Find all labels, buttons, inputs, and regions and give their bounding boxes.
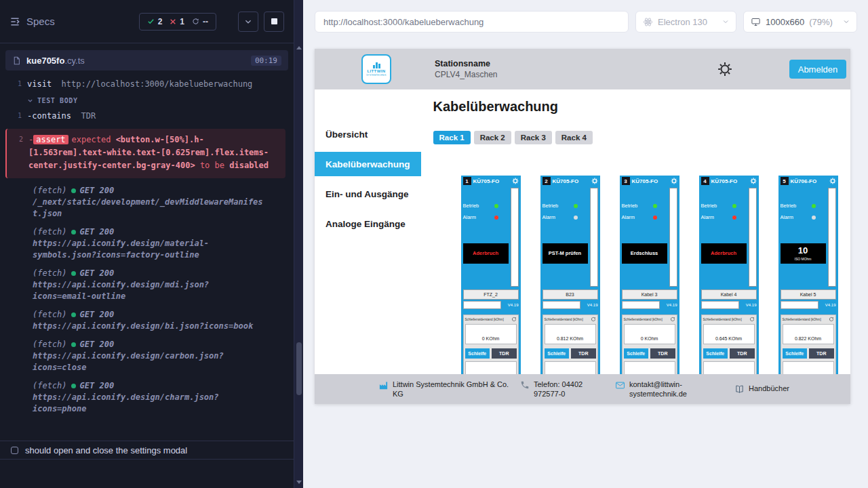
- collapse-tests-button[interactable]: [238, 12, 258, 32]
- fetch-log-row[interactable]: (fetch) GET 200 /_next/static/developmen…: [33, 185, 264, 220]
- footer-company: Littwin Systemtechnik GmbH & Co. KG: [378, 380, 516, 399]
- loop-resistance-panel: Schleifenwiderstand [kOhm] 0.822 KOhm Sc…: [781, 314, 836, 374]
- footer-phone[interactable]: Telefon: 04402 972577-0: [520, 380, 589, 399]
- fetch-url: https://api.iconify.design/charm.json?ic…: [33, 392, 264, 415]
- spec-file-header[interactable]: kue705fo.cy.ts 00:19: [5, 50, 288, 70]
- device-settings-gear-icon[interactable]: [671, 178, 677, 184]
- alarm-label: Alarm: [781, 214, 794, 220]
- sidebar-nav-item[interactable]: Analoge Eingänge: [315, 211, 421, 236]
- sidebar-nav-item[interactable]: Übersicht: [315, 122, 421, 146]
- browser-name: Electron 130: [658, 17, 707, 27]
- command-body: contains TDR: [27, 110, 294, 123]
- card-button-row: Schleife TDR: [465, 348, 517, 359]
- device-title: KÜ705-FO: [473, 178, 510, 184]
- device-status-column: Betrieb Alarm Aderbruch: [701, 186, 749, 287]
- fetch-method-status: GET 200: [80, 380, 115, 392]
- device-title: KÜ705-FO: [632, 178, 669, 184]
- cable-channel-strip: [511, 188, 519, 287]
- url-bar[interactable]: [315, 11, 629, 33]
- next-test-bar[interactable]: should open and close the settings modal: [0, 441, 294, 460]
- footer-manuals[interactable]: Handbücher: [734, 384, 789, 394]
- viewport-size: 1000x660: [766, 17, 804, 27]
- manuals-label: Handbücher: [749, 384, 789, 393]
- footer-email[interactable]: kontakt@littwin-systemtechnik.de: [615, 380, 724, 399]
- command-contains[interactable]: 1 contains TDR: [0, 108, 294, 125]
- tdr-button[interactable]: TDR: [809, 348, 834, 359]
- test-stats[interactable]: 2 1 --: [139, 13, 216, 30]
- fetch-log-row[interactable]: (fetch) GET 200 https://api.iconify.desi…: [33, 309, 264, 332]
- fetch-log-row[interactable]: (fetch) GET 200 https://api.iconify.desi…: [33, 339, 264, 373]
- schleife-button[interactable]: Schleife: [545, 348, 570, 359]
- refresh-icon[interactable]: [511, 317, 517, 322]
- device-card-body: Betrieb Alarm PST-M prüfen: [540, 186, 600, 287]
- rack-tab[interactable]: Rack 2: [474, 131, 511, 144]
- logo-subtext: SYSTEMTECHNIK: [366, 74, 386, 77]
- status-ok-dot: [71, 384, 76, 388]
- sidebar-nav-item[interactable]: Kabelüberwachung: [315, 152, 421, 176]
- url-input[interactable]: [323, 17, 620, 27]
- tdr-button[interactable]: TDR: [571, 348, 596, 359]
- tdr-button[interactable]: TDR: [492, 348, 517, 359]
- settings-gear-icon[interactable]: [717, 62, 732, 77]
- scroll-up-arrow[interactable]: [296, 46, 302, 49]
- rack-tab[interactable]: Rack 3: [515, 131, 552, 144]
- loop-resistance-panel: Schleifenwiderstand [kOhm] 0 KOhm Schlei…: [463, 314, 519, 374]
- device-card-body: Betrieb Alarm Aderbruch: [699, 186, 759, 287]
- tdr-button[interactable]: TDR: [650, 348, 675, 359]
- app-footer: Littwin Systemtechnik GmbH & Co. KG Tele…: [315, 374, 850, 404]
- resistance-value: 0.822 KOhm: [783, 324, 834, 344]
- alarm-label: Alarm: [463, 214, 477, 220]
- logout-button[interactable]: Abmelden: [789, 60, 846, 79]
- device-settings-gear-icon[interactable]: [750, 178, 757, 184]
- refresh-icon[interactable]: [670, 317, 675, 322]
- rack-tab[interactable]: Rack 1: [433, 131, 471, 144]
- fetch-label: (fetch): [33, 226, 67, 238]
- status-display: 10 ISO MOhm: [781, 243, 826, 264]
- command-visit[interactable]: 1 visit http://localhost:3000/kabelueber…: [0, 76, 294, 93]
- fetch-log-row[interactable]: (fetch) GET 200 https://api.iconify.desi…: [33, 380, 264, 415]
- schleife-button[interactable]: Schleife: [703, 348, 728, 359]
- fetch-log-row[interactable]: (fetch) GET 200 https://api.iconify.desi…: [33, 226, 264, 261]
- viewport-select[interactable]: 1000x660 (79%): [743, 11, 857, 33]
- alarm-led-row: Alarm: [701, 214, 736, 220]
- assert-body: assertexpected <button.w-[50%].h-[1.563r…: [28, 134, 281, 172]
- status-message: PST-M prüfen: [549, 251, 581, 257]
- specs-menu-button[interactable]: Specs: [9, 16, 55, 27]
- status-message: Aderbruch: [473, 251, 498, 257]
- fetch-method-status: GET 200: [80, 309, 115, 321]
- command-assert-failed[interactable]: 2 assertexpected <button.w-[50%].h-[1.56…: [5, 129, 285, 178]
- schleife-button[interactable]: Schleife: [624, 348, 649, 359]
- device-card-header: 1 KÜ705-FO: [461, 176, 521, 186]
- refresh-icon[interactable]: [829, 317, 834, 322]
- device-settings-gear-icon[interactable]: [591, 178, 598, 184]
- device-card-body: Betrieb Alarm Aderbruch: [461, 186, 521, 287]
- electron-icon: [643, 17, 653, 27]
- device-card: 1 KÜ705-FO Betrieb Alarm A: [461, 176, 521, 374]
- reporter-scrollbar[interactable]: [294, 0, 303, 488]
- scrollbar-thumb[interactable]: [296, 342, 302, 395]
- command-log: 1 visit http://localhost:3000/kabelueber…: [0, 73, 294, 441]
- aut-stage: Electron 130 1000x660 (79%) LITTWIN SYST…: [303, 0, 868, 488]
- card-lower-box: [783, 361, 834, 374]
- browser-select[interactable]: Electron 130: [635, 11, 736, 33]
- test-body-section[interactable]: TEST BODY: [0, 93, 294, 108]
- tdr-button[interactable]: TDR: [730, 348, 755, 359]
- device-settings-gear-icon[interactable]: [829, 178, 836, 184]
- stop-tests-button[interactable]: [264, 12, 284, 32]
- card-button-row: Schleife TDR: [624, 348, 675, 359]
- sidebar-nav-item[interactable]: Ein- und Ausgänge: [315, 182, 421, 206]
- version-display-box: [622, 301, 660, 309]
- refresh-icon[interactable]: [749, 317, 755, 322]
- device-settings-gear-icon[interactable]: [512, 178, 519, 184]
- refresh-icon[interactable]: [591, 317, 596, 322]
- version-row: V4.19: [781, 301, 836, 309]
- rack-tab[interactable]: Rack 4: [555, 131, 593, 144]
- fetch-url: /_next/static/development/_devMiddleware…: [33, 197, 264, 220]
- card-button-row: Schleife TDR: [783, 348, 834, 359]
- cable-name: Kabel 3: [622, 289, 677, 300]
- test-body-label: TEST BODY: [37, 97, 78, 104]
- scroll-down-arrow[interactable]: [296, 481, 302, 484]
- schleife-button[interactable]: Schleife: [783, 348, 808, 359]
- schleife-button[interactable]: Schleife: [465, 348, 490, 359]
- fetch-log-row[interactable]: (fetch) GET 200 https://api.iconify.desi…: [33, 268, 264, 302]
